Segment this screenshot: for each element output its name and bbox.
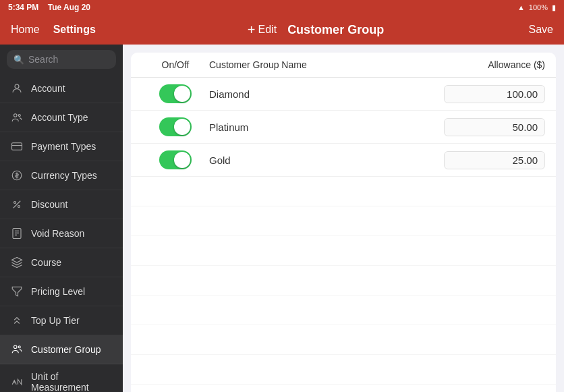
toggle-wrapper-diamond: [142, 84, 209, 103]
currency-types-icon: [9, 168, 24, 183]
sidebar-label-account-type: Account Type: [31, 112, 88, 123]
sidebar-item-customer-group[interactable]: Customer Group: [0, 335, 123, 364]
sidebar-label-currency-types: Currency Types: [31, 170, 97, 181]
svg-point-1: [14, 114, 18, 117]
nav-home-button[interactable]: Home: [11, 24, 40, 36]
content-card: On/Off Customer Group Name Allowance ($)…: [131, 53, 556, 392]
toggle-wrapper-platinum: [142, 117, 209, 136]
sidebar-item-unit-of-measurement[interactable]: Unit of Measurement: [0, 364, 123, 392]
sidebar-label-top-up-tier: Top Up Tier: [31, 315, 80, 326]
svg-point-14: [18, 346, 20, 348]
svg-point-13: [14, 345, 18, 349]
account-type-icon: [9, 110, 24, 125]
status-icons: ▲ 100% ▮: [517, 3, 556, 12]
toggle-diamond[interactable]: [159, 84, 192, 103]
empty-row: [131, 177, 556, 206]
nav-add-button[interactable]: + Edit: [248, 22, 277, 38]
unit-of-measurement-icon: [9, 374, 24, 389]
sidebar-item-discount[interactable]: Discount: [0, 190, 123, 219]
customer-group-icon: [9, 342, 24, 357]
battery-label: 100%: [529, 3, 548, 11]
status-time: 5:34 PM: [8, 3, 38, 12]
col-header-name: Customer Group Name: [209, 59, 444, 70]
group-name-platinum: Platinum: [209, 121, 444, 133]
payment-types-icon: [9, 139, 24, 154]
group-name-gold: Gold: [209, 155, 444, 166]
battery-icon: ▮: [552, 3, 556, 12]
group-name-diamond: Diamond: [209, 88, 444, 100]
table-row: Gold 25.00: [131, 144, 556, 177]
sidebar-item-payment-types[interactable]: Payment Types: [0, 132, 123, 161]
sidebar-label-course: Course: [31, 257, 61, 268]
sidebar-label-unit-of-measurement: Unit of Measurement: [31, 371, 113, 392]
sidebar-label-customer-group: Customer Group: [31, 344, 101, 355]
empty-row: [131, 296, 556, 325]
sidebar-item-currency-types[interactable]: Currency Types: [0, 161, 123, 190]
top-up-tier-icon: [9, 313, 24, 328]
pricing-level-icon: [9, 284, 24, 299]
nav-bar: Home Settings + Edit Customer Group Save: [0, 15, 564, 45]
search-icon: 🔍: [13, 55, 24, 65]
nav-title: Customer Group: [287, 23, 384, 37]
table-header: On/Off Customer Group Name Allowance ($): [131, 53, 556, 78]
table-row: Platinum 50.00: [131, 111, 556, 144]
status-time-date: 5:34 PM Tue Aug 20: [8, 3, 90, 12]
empty-row: [131, 325, 556, 355]
nav-settings-button[interactable]: Settings: [53, 24, 96, 36]
void-reason-icon: [9, 226, 24, 241]
svg-rect-3: [12, 143, 22, 150]
toggle-wrapper-gold: [142, 150, 209, 169]
col-header-onoff: On/Off: [142, 59, 209, 70]
svg-point-0: [15, 84, 19, 88]
main-layout: 🔍 Search Account Account Type Payment Ty…: [0, 45, 564, 392]
discount-icon: [9, 197, 24, 212]
sidebar-item-account-type[interactable]: Account Type: [0, 103, 123, 132]
nav-left-group: Home Settings: [11, 24, 132, 36]
sidebar-item-course[interactable]: Course: [0, 248, 123, 277]
plus-icon: +: [248, 22, 256, 38]
col-header-allowance: Allowance ($): [444, 59, 545, 70]
toggle-platinum[interactable]: [159, 117, 192, 136]
sidebar-item-account[interactable]: Account: [0, 74, 123, 103]
sidebar-item-void-reason[interactable]: Void Reason: [0, 219, 123, 248]
empty-rows: [131, 177, 556, 392]
empty-row: [131, 236, 556, 266]
allowance-platinum[interactable]: 50.00: [444, 118, 545, 136]
table-row: Diamond 100.00: [131, 78, 556, 111]
empty-row: [131, 266, 556, 296]
svg-point-2: [18, 115, 20, 117]
sidebar: 🔍 Search Account Account Type Payment Ty…: [0, 45, 123, 392]
sidebar-label-discount: Discount: [31, 199, 67, 210]
wifi-icon: ▲: [517, 3, 525, 11]
status-date: Tue Aug 20: [48, 3, 90, 12]
save-button[interactable]: Save: [529, 24, 553, 36]
nav-center-group: + Edit Customer Group: [132, 22, 499, 38]
svg-point-7: [18, 206, 20, 208]
svg-rect-9: [13, 229, 21, 239]
sidebar-label-void-reason: Void Reason: [31, 228, 84, 239]
toggle-gold[interactable]: [159, 150, 192, 169]
search-box[interactable]: 🔍 Search: [7, 50, 116, 69]
svg-point-6: [14, 202, 16, 204]
sidebar-label-pricing-level: Pricing Level: [31, 286, 85, 297]
search-placeholder: Search: [28, 54, 58, 65]
sidebar-label-account: Account: [31, 83, 65, 94]
account-icon: [9, 81, 24, 96]
course-icon: [9, 255, 24, 270]
sidebar-item-top-up-tier[interactable]: Top Up Tier: [0, 306, 123, 335]
empty-row: [131, 355, 556, 385]
empty-row: [131, 385, 556, 392]
sidebar-label-payment-types: Payment Types: [31, 141, 96, 152]
main-content: On/Off Customer Group Name Allowance ($)…: [123, 45, 564, 392]
allowance-diamond[interactable]: 100.00: [444, 85, 545, 103]
nav-right-group: Save: [499, 24, 553, 36]
empty-row: [131, 206, 556, 236]
allowance-gold[interactable]: 25.00: [444, 151, 545, 169]
sidebar-item-pricing-level[interactable]: Pricing Level: [0, 277, 123, 306]
status-bar: 5:34 PM Tue Aug 20 ▲ 100% ▮: [0, 0, 564, 15]
nav-edit-label: Edit: [258, 24, 277, 36]
